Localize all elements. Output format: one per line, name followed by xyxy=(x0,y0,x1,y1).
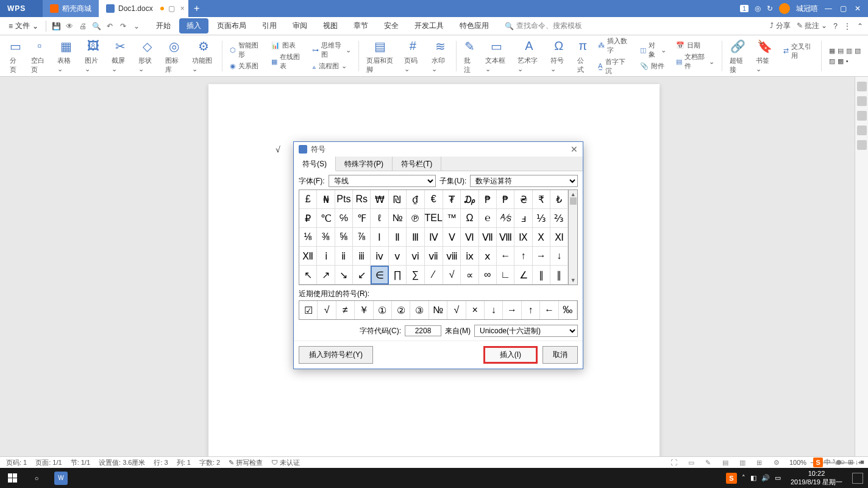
cancel-button[interactable]: 取消 xyxy=(542,346,578,364)
symbol-cell[interactable]: Ⅻ xyxy=(299,247,317,266)
ribbon-ribbon-g2-0[interactable]: ▤页眉和页脚 xyxy=(361,35,399,77)
symbol-cell[interactable]: ↘ xyxy=(335,266,353,285)
symbol-cell[interactable]: ⅛ xyxy=(299,228,317,247)
recent-symbol-cell[interactable]: ☑ xyxy=(299,301,318,319)
symbol-cell[interactable]: £ xyxy=(299,190,317,209)
scroll-up-icon[interactable]: ▲ xyxy=(571,191,576,197)
date-button[interactable]: 📅日期 xyxy=(676,41,714,50)
symbol-cell[interactable]: ↙ xyxy=(353,266,371,285)
dialog-tab-0[interactable]: 符号(S) xyxy=(294,157,336,171)
ribbon-ribbon-g1-4[interactable]: ✂截屏 ⌄ xyxy=(107,35,133,77)
symbol-cell[interactable]: ⅴ xyxy=(389,247,407,266)
mindmap-button[interactable]: ⊶思维导图 ⌄ xyxy=(312,41,351,59)
user-name[interactable]: 城冠嘻 xyxy=(796,4,818,14)
new-tab-button[interactable]: + xyxy=(188,3,205,14)
recent-symbol-cell[interactable]: ≠ xyxy=(336,301,355,319)
symbol-cell[interactable]: ⅍ xyxy=(497,209,514,228)
symbol-cell[interactable]: Pts xyxy=(335,190,353,209)
symbol-cell[interactable]: → xyxy=(533,247,550,266)
taskbar-wps-icon[interactable]: W xyxy=(49,468,73,488)
auth-status[interactable]: 🛡 未认证 xyxy=(271,458,300,467)
symbol-cell[interactable]: √ xyxy=(443,266,461,285)
status-page[interactable]: 页面: 1/1 xyxy=(35,458,62,467)
symbol-cell[interactable]: Ⅺ xyxy=(550,228,568,247)
symbol-cell[interactable]: ⅎ xyxy=(514,209,532,228)
recent-symbol-cell[interactable]: ← xyxy=(540,301,558,319)
more-vert-icon[interactable]: ⋮ xyxy=(844,22,851,30)
smart-shape-button[interactable]: ⬡智能图形 xyxy=(230,41,261,59)
notification-center-icon[interactable] xyxy=(852,473,863,484)
symbol-cell[interactable]: Ⅳ xyxy=(425,228,443,247)
symbol-cell[interactable]: ⅓ xyxy=(533,209,550,228)
more-icon[interactable]: ⌄ xyxy=(130,20,143,32)
symbol-cell[interactable]: Rs xyxy=(353,190,371,209)
side-icon-1[interactable] xyxy=(857,82,867,91)
symbol-cell[interactable]: ∕ xyxy=(425,266,443,285)
ribbon-ribbon-g1-5[interactable]: ◇形状 ⌄ xyxy=(133,35,160,77)
ribbon-ribbon-g1-1[interactable]: ▫空白页 xyxy=(26,35,52,77)
print-icon[interactable]: 🖨 xyxy=(77,20,89,32)
menu-tab-9[interactable]: 特色应用 xyxy=(452,18,496,34)
symbol-cell[interactable]: Ⅷ xyxy=(497,228,514,247)
symbol-cell[interactable]: ⅝ xyxy=(335,228,353,247)
cloud-icon[interactable]: ◎ xyxy=(755,4,761,13)
ribbon-ribbon-g3-1[interactable]: ▭文本框 ⌄ xyxy=(480,35,513,77)
insert-number-button[interactable]: ⁂插入数字 xyxy=(598,37,630,55)
symbol-cell[interactable]: € xyxy=(425,190,443,209)
share-button[interactable]: ⤴ 分享 xyxy=(770,21,790,31)
view-edit-icon[interactable]: ✎ xyxy=(704,458,713,467)
object-button[interactable]: ◫对象 ⌄ xyxy=(640,41,666,59)
symbol-cell[interactable]: ⅶ xyxy=(425,247,443,266)
ribbon-ribbon-g1-7[interactable]: ⚙功能图 ⌄ xyxy=(187,35,219,77)
symbol-cell[interactable]: ∞ xyxy=(479,266,497,285)
insert-button[interactable]: 插入(I) xyxy=(483,346,538,364)
ribbon-ribbon-g4-0[interactable]: 🔗超链接 xyxy=(725,35,751,77)
symbol-cell[interactable]: ℃ xyxy=(317,209,335,228)
symbol-cell[interactable]: ⅱ xyxy=(335,247,353,266)
symbol-cell[interactable]: ⅰ xyxy=(317,247,335,266)
ribbon-ribbon-g3-0[interactable]: ✎批注 xyxy=(459,35,480,77)
grid2-icon[interactable]: ▤ xyxy=(838,47,844,55)
symbol-cell[interactable]: ℓ xyxy=(371,209,388,228)
symbol-cell[interactable]: ™ xyxy=(443,209,461,228)
symbol-cell[interactable]: ⅞ xyxy=(353,228,371,247)
grid4-icon[interactable]: ▧ xyxy=(855,47,861,55)
symbol-cell[interactable]: Ⅴ xyxy=(443,228,461,247)
symbol-cell[interactable]: ∥ xyxy=(550,266,568,285)
status-col[interactable]: 列: 1 xyxy=(177,458,191,467)
menu-tab-8[interactable]: 开发工具 xyxy=(407,18,451,34)
symbol-cell[interactable]: ₫ xyxy=(407,190,424,209)
drop-cap-button[interactable]: A̲首字下沉 xyxy=(598,57,630,76)
symbol-cell[interactable]: № xyxy=(389,209,407,228)
symbol-cell[interactable]: ↑ xyxy=(514,247,532,266)
symbol-cell[interactable]: ← xyxy=(497,247,514,266)
symbol-cell[interactable]: ↗ xyxy=(317,266,335,285)
insert-to-bar-button[interactable]: 插入到符号栏(Y) xyxy=(299,346,373,364)
recent-symbol-cell[interactable]: ‰ xyxy=(559,301,577,319)
ribbon-ribbon-g1-3[interactable]: 🖼图片 ⌄ xyxy=(80,35,107,77)
symbol-cell[interactable]: Ⅸ xyxy=(514,228,532,247)
tray-volume-icon[interactable]: 🔊 xyxy=(761,474,770,482)
symbol-cell[interactable]: Ⅲ xyxy=(407,228,424,247)
notification-badge[interactable]: 1 xyxy=(740,5,749,12)
symbol-cell[interactable]: ⅔ xyxy=(550,209,568,228)
taskbar-search-icon[interactable]: ○ xyxy=(24,468,49,488)
ribbon-ribbon-g2-1[interactable]: #页码 ⌄ xyxy=(399,35,427,77)
symbol-cell[interactable]: ₱ xyxy=(497,190,514,209)
ime-sogou-icon[interactable]: S xyxy=(813,458,823,467)
font-select[interactable]: 等线 xyxy=(329,175,436,187)
symbol-cell[interactable]: ∝ xyxy=(461,266,478,285)
recent-symbol-cell[interactable]: √ xyxy=(447,301,466,319)
scroll-thumb[interactable] xyxy=(570,197,577,205)
online-chart-button[interactable]: ▦在线图表 xyxy=(271,52,302,71)
ribbon-ribbon-g2-2[interactable]: ≋水印 ⌄ xyxy=(427,35,454,77)
symbol-cell[interactable]: ₪ xyxy=(389,190,407,209)
relation-chart-button[interactable]: ◉关系图 xyxy=(230,62,261,71)
grid3-icon[interactable]: ▥ xyxy=(846,47,852,55)
ribbon-ribbon-g3-2[interactable]: A艺术字 ⌄ xyxy=(513,35,546,77)
maximize-icon[interactable]: ▢ xyxy=(839,4,847,13)
ribbon-ribbon-g1-6[interactable]: ◎图标库 xyxy=(160,35,187,77)
symbol-cell[interactable]: ₩ xyxy=(371,190,388,209)
print-preview-icon[interactable]: 👁 xyxy=(63,20,76,32)
from-select[interactable]: Unicode(十六进制) xyxy=(474,325,578,337)
